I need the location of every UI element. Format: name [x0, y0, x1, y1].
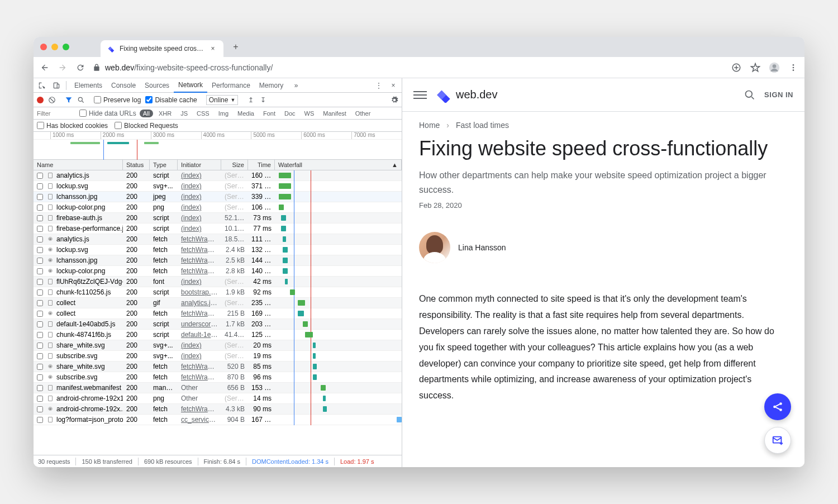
more-tabs-icon[interactable]: »	[290, 82, 302, 89]
subscribe-fab[interactable]	[764, 427, 791, 454]
request-initiator[interactable]: (index)	[178, 278, 221, 286]
blocked-cookies-checkbox[interactable]: Has blocked cookies	[37, 122, 108, 130]
share-fab[interactable]	[764, 393, 791, 420]
filter-type-xhr[interactable]: XHR	[155, 110, 175, 117]
filter-type-other[interactable]: Other	[352, 110, 374, 117]
row-checkbox[interactable]	[37, 173, 43, 179]
request-initiator[interactable]: default-1e4...	[178, 331, 221, 339]
reload-button[interactable]	[75, 62, 86, 73]
request-initiator[interactable]: fetchWrapp...	[178, 246, 221, 254]
row-checkbox[interactable]	[37, 268, 43, 274]
request-initiator[interactable]: fetchWrapp...	[178, 235, 221, 243]
table-row[interactable]: lockup-color.png200fetchfetchWrapp...2.8…	[34, 266, 402, 277]
filter-type-css[interactable]: CSS	[193, 110, 213, 117]
filter-type-all[interactable]: All	[140, 110, 153, 117]
row-checkbox[interactable]	[37, 300, 43, 306]
close-tab-icon[interactable]: ×	[209, 45, 217, 53]
download-har-icon[interactable]: ↧	[259, 96, 267, 104]
page-search-icon[interactable]	[744, 89, 755, 101]
table-row[interactable]: android-chrome-192x...200fetchfetchWrapp…	[34, 404, 402, 415]
menu-icon[interactable]	[788, 62, 799, 73]
table-row[interactable]: chunk-fc110256.js200scriptbootstrap.js:1…	[34, 287, 402, 298]
table-row[interactable]: lockup.svg200svg+...(index)(Servi...371 …	[34, 181, 402, 192]
row-checkbox[interactable]	[37, 205, 43, 211]
maximize-window-icon[interactable]	[63, 44, 69, 50]
back-button[interactable]	[39, 62, 50, 73]
table-row[interactable]: default-1e40abd5.js200scriptunderscore-.…	[34, 319, 402, 330]
request-initiator[interactable]: (index)	[178, 352, 221, 360]
filter-toggle-icon[interactable]	[65, 96, 73, 104]
request-initiator[interactable]: (index)	[178, 193, 221, 201]
filter-type-img[interactable]: Img	[215, 110, 232, 117]
filter-input[interactable]	[37, 110, 76, 117]
col-header-name[interactable]: Name	[34, 160, 123, 170]
network-settings-icon[interactable]	[391, 96, 398, 104]
breadcrumb-fast-load[interactable]: Fast load times	[456, 121, 509, 130]
request-initiator[interactable]: fetchWrapp...	[178, 267, 221, 275]
record-button[interactable]	[37, 97, 44, 103]
row-checkbox[interactable]	[37, 353, 43, 359]
table-row[interactable]: firebase-performance.js200script(index)1…	[34, 224, 402, 234]
new-tab-button[interactable]: +	[228, 39, 244, 55]
profile-icon[interactable]	[769, 62, 780, 73]
forward-button[interactable]	[57, 62, 68, 73]
table-row[interactable]: log?format=json_proto200fetchcc_service.…	[34, 415, 402, 425]
devtools-menu-icon[interactable]: ⋮	[373, 82, 385, 89]
breadcrumb-home[interactable]: Home	[419, 121, 440, 130]
devtools-tab-network[interactable]: Network	[174, 78, 207, 93]
minimize-window-icon[interactable]	[51, 44, 58, 50]
table-row[interactable]: lockup-color.png200png(index)(Servi...10…	[34, 202, 402, 213]
throttle-select[interactable]: Online ▼	[206, 95, 239, 105]
request-initiator[interactable]: fetchWrapp...	[178, 373, 221, 381]
request-initiator[interactable]: fetchWrapp...	[178, 405, 221, 413]
row-checkbox[interactable]	[37, 417, 43, 423]
row-checkbox[interactable]	[37, 215, 43, 221]
sign-in-button[interactable]: SIGN IN	[764, 91, 793, 99]
row-checkbox[interactable]	[37, 226, 43, 232]
close-devtools-icon[interactable]: ×	[387, 82, 399, 89]
filter-type-js[interactable]: JS	[177, 110, 191, 117]
filter-type-doc[interactable]: Doc	[281, 110, 299, 117]
request-initiator[interactable]: fetchWrapp...	[178, 310, 221, 317]
request-initiator[interactable]: analytics.js:36	[178, 299, 221, 307]
row-checkbox[interactable]	[37, 258, 43, 264]
table-row[interactable]: lchansson.jpg200jpeg(index)(Servi...339 …	[34, 192, 402, 202]
request-initiator[interactable]: cc_service.t...	[178, 416, 221, 424]
blocked-requests-checkbox[interactable]: Blocked Requests	[115, 122, 178, 130]
preserve-log-checkbox[interactable]: Preserve log	[94, 96, 141, 104]
row-checkbox[interactable]	[37, 343, 43, 349]
table-row[interactable]: chunk-48741f6b.js200scriptdefault-1e4...…	[34, 330, 402, 340]
request-initiator[interactable]: fetchWrapp...	[178, 256, 221, 264]
close-window-icon[interactable]	[40, 44, 47, 50]
install-app-icon[interactable]	[731, 62, 742, 73]
filter-type-manifest[interactable]: Manifest	[320, 110, 350, 117]
request-initiator[interactable]: bootstrap.js:1	[178, 288, 221, 296]
row-checkbox[interactable]	[37, 332, 43, 338]
site-logo[interactable]: web.dev	[436, 87, 498, 103]
device-toolbar-icon[interactable]	[50, 82, 63, 89]
row-checkbox[interactable]	[37, 406, 43, 412]
upload-har-icon[interactable]: ↥	[247, 96, 255, 104]
table-row[interactable]: firebase-auth.js200script(index)52.1 kB7…	[34, 213, 402, 224]
filter-type-ws[interactable]: WS	[301, 110, 318, 117]
inspect-element-icon[interactable]	[36, 82, 48, 89]
table-row[interactable]: lchansson.jpg200fetchfetchWrapp...2.5 kB…	[34, 255, 402, 266]
hide-data-urls-checkbox[interactable]: Hide data URLs	[79, 110, 136, 117]
devtools-tab-elements[interactable]: Elements	[70, 78, 107, 93]
row-checkbox[interactable]	[37, 236, 43, 243]
col-header-time[interactable]: Time	[248, 160, 275, 170]
col-header-status[interactable]: Status	[123, 160, 150, 170]
row-checkbox[interactable]	[37, 396, 43, 402]
devtools-tab-sources[interactable]: Sources	[140, 78, 174, 93]
hamburger-menu-icon[interactable]	[413, 88, 427, 102]
table-row[interactable]: subscribe.svg200fetchfetchWrapp...870 B9…	[34, 372, 402, 383]
table-row[interactable]: manifest.webmanifest200manif...Other656 …	[34, 383, 402, 393]
row-checkbox[interactable]	[37, 385, 43, 391]
table-row[interactable]: share_white.svg200fetchfetchWrapp...520 …	[34, 362, 402, 372]
disable-cache-checkbox[interactable]: Disable cache	[145, 96, 197, 104]
devtools-tab-console[interactable]: Console	[107, 78, 140, 93]
row-checkbox[interactable]	[37, 374, 43, 381]
browser-tab[interactable]: Fixing website speed cross-fun ×	[101, 40, 223, 57]
table-row[interactable]: collect200gifanalytics.js:36(Servi...235…	[34, 298, 402, 308]
row-checkbox[interactable]	[37, 364, 43, 370]
